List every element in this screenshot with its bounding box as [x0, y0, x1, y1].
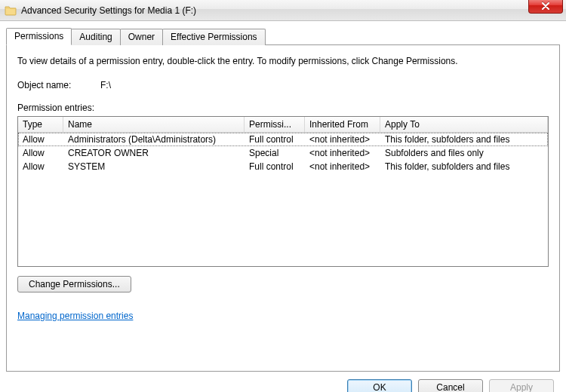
cell-type: Allow [18, 146, 63, 160]
cell-name: CREATOR OWNER [63, 146, 245, 160]
cell-permission: Special [245, 146, 305, 160]
tab-effective-permissions[interactable]: Effective Permissions [162, 29, 266, 45]
tab-owner[interactable]: Owner [120, 29, 163, 45]
managing-permission-entries-link[interactable]: Managing permission entries [17, 311, 133, 321]
ok-button[interactable]: OK [347, 379, 412, 392]
close-button[interactable] [528, 0, 563, 14]
col-header-inherited[interactable]: Inherited From [305, 117, 380, 132]
table-row[interactable]: Allow SYSTEM Full control <not inherited… [18, 160, 548, 173]
cell-apply: This folder, subfolders and files [380, 160, 531, 173]
col-header-type[interactable]: Type [18, 117, 63, 132]
cell-inherited: <not inherited> [305, 146, 380, 160]
cell-permission: Full control [245, 160, 305, 173]
cancel-button[interactable]: Cancel [418, 379, 483, 392]
cell-permission: Full control [245, 133, 305, 146]
cell-name: Administrators (Delta\Administrators) [63, 133, 245, 146]
dialog-button-row: OK Cancel Apply [6, 372, 560, 392]
cell-inherited: <not inherited> [305, 160, 380, 173]
table-row[interactable]: Allow CREATOR OWNER Special <not inherit… [18, 146, 548, 160]
tab-strip: Permissions Auditing Owner Effective Per… [6, 27, 560, 44]
tab-auditing[interactable]: Auditing [71, 29, 120, 45]
list-body: Allow Administrators (Delta\Administrato… [18, 133, 548, 173]
object-name-value: F:\ [100, 80, 111, 90]
cell-type: Allow [18, 133, 63, 146]
permission-entries-label: Permission entries: [17, 103, 549, 113]
cell-apply: This folder, subfolders and files [380, 133, 531, 146]
col-header-apply[interactable]: Apply To [380, 117, 548, 132]
cell-type: Allow [18, 160, 63, 173]
info-text: To view details of a permission entry, d… [17, 56, 549, 66]
window-title: Advanced Security Settings for Media 1 (… [21, 5, 196, 16]
table-row[interactable]: Allow Administrators (Delta\Administrato… [18, 133, 548, 146]
col-header-permission[interactable]: Permissi... [245, 117, 305, 132]
object-name-label: Object name: [17, 80, 100, 90]
title-bar: Advanced Security Settings for Media 1 (… [0, 0, 566, 21]
cell-apply: Subfolders and files only [380, 146, 531, 160]
permission-entries-list[interactable]: Type Name Permissi... Inherited From App… [17, 116, 549, 267]
cell-name: SYSTEM [63, 160, 245, 173]
tab-permissions[interactable]: Permissions [6, 28, 72, 45]
close-icon [541, 2, 550, 10]
apply-button[interactable]: Apply [489, 379, 554, 392]
cell-inherited: <not inherited> [305, 133, 380, 146]
folder-icon [5, 5, 17, 17]
tab-page-permissions: To view details of a permission entry, d… [6, 44, 560, 372]
col-header-name[interactable]: Name [63, 117, 245, 132]
change-permissions-button[interactable]: Change Permissions... [17, 276, 131, 292]
list-header: Type Name Permissi... Inherited From App… [18, 117, 548, 133]
